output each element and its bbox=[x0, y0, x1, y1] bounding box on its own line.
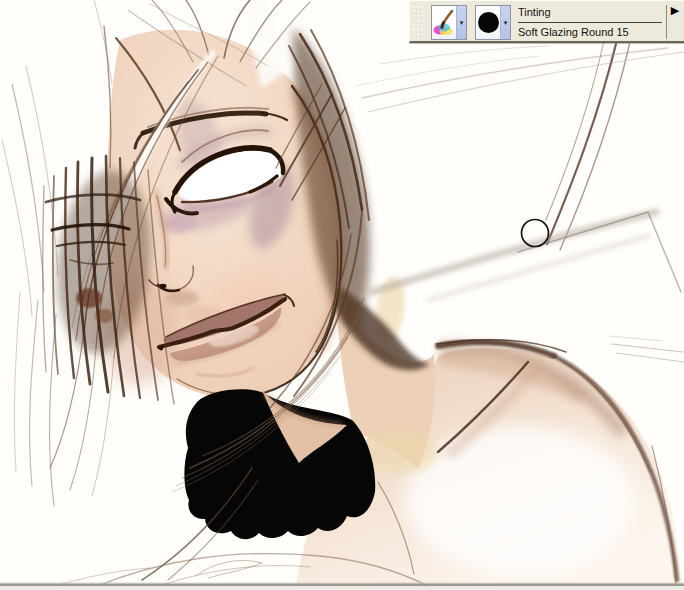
painter-workspace: ▾ ▾ Tinting Soft Glazing Round 15 ▶ bbox=[0, 0, 684, 590]
window-bottom-edge bbox=[0, 583, 684, 590]
brush-category-icon bbox=[432, 6, 456, 39]
brush-variant-label[interactable]: Soft Glazing Round 15 bbox=[518, 23, 662, 42]
flyout-arrow-icon: ▶ bbox=[671, 4, 679, 16]
brush-category-label[interactable]: Tinting bbox=[518, 3, 662, 23]
chevron-down-icon: ▾ bbox=[460, 19, 464, 26]
brush-category-button[interactable]: ▾ bbox=[431, 5, 467, 40]
chevron-down-icon: ▾ bbox=[504, 19, 508, 26]
canvas-artwork[interactable] bbox=[0, 0, 684, 590]
flyout-arrow-button[interactable]: ▶ bbox=[667, 4, 683, 17]
brush-variant-button[interactable]: ▾ bbox=[475, 5, 511, 40]
brush-labels: Tinting Soft Glazing Round 15 bbox=[518, 3, 662, 42]
palette-drag-handle[interactable] bbox=[412, 5, 425, 39]
brush-selector-bar: ▾ ▾ Tinting Soft Glazing Round 15 ▶ bbox=[409, 0, 684, 43]
brush-category-dropdown[interactable]: ▾ bbox=[456, 6, 466, 39]
brush-dab-icon bbox=[476, 6, 500, 39]
brush-variant-dropdown[interactable]: ▾ bbox=[500, 6, 510, 39]
